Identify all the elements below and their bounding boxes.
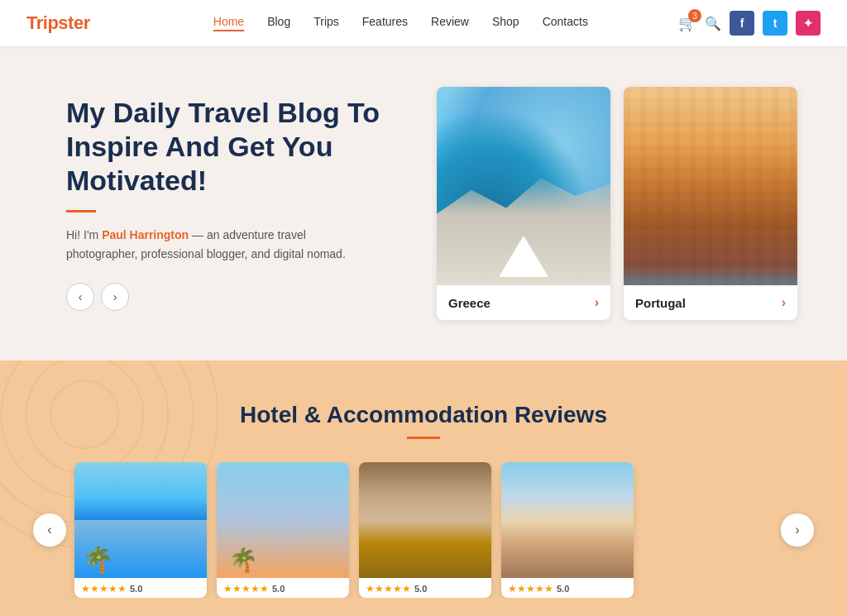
star-icons-4: ★★★★★: [508, 583, 553, 595]
hotel-card-2: ★★★★★ 5.0: [217, 462, 349, 598]
brand-logo[interactable]: Tripster: [26, 12, 90, 34]
hotel-stars-2: ★★★★★ 5.0: [217, 578, 349, 598]
hotel-stars-4: ★★★★★ 5.0: [501, 578, 634, 598]
portugal-card-label[interactable]: Portugal ›: [624, 285, 797, 320]
nav-contacts[interactable]: Contacts: [543, 15, 588, 31]
hotel-image-3: [359, 462, 491, 578]
carousel-next-button[interactable]: ›: [781, 513, 814, 547]
instagram-button[interactable]: ✦: [796, 11, 821, 36]
hero-author: Paul Harrington: [102, 228, 189, 241]
destination-cards: Greece › Portugal ›: [414, 87, 797, 320]
brand-name-highlight: Trip: [26, 12, 58, 33]
search-icon[interactable]: 🔍: [705, 16, 721, 31]
cart-badge: 3: [688, 9, 701, 22]
hotel-image-1: [74, 462, 207, 578]
hotel-cards-list: ★★★★★ 5.0 ★★★★★ 5.0 ★★★★★ 5.0: [66, 462, 781, 598]
hotel-carousel: ‹ ★★★★★ 5.0 ★★★★★ 5.0 ★★★★★: [33, 462, 814, 598]
twitter-button[interactable]: t: [763, 11, 787, 36]
hero-prev-button[interactable]: ‹: [66, 283, 94, 311]
hero-desc-prefix: Hi! I'm: [66, 228, 102, 241]
nav-right-section: 🛒 3 🔍 f t ✦: [678, 11, 821, 36]
star-icons-3: ★★★★★: [366, 583, 411, 595]
accommodations-section: Hotel & Accommodation Reviews ‹ ★★★★★ 5.…: [0, 361, 847, 616]
hotel-card-3: ★★★★★ 5.0: [359, 462, 491, 598]
rating-value-2: 5.0: [272, 584, 285, 594]
nav-blog[interactable]: Blog: [267, 15, 290, 31]
hero-next-button[interactable]: ›: [101, 283, 129, 311]
rating-value-3: 5.0: [414, 584, 427, 594]
portugal-arrow: ›: [782, 295, 786, 310]
hero-divider: [66, 210, 96, 212]
greece-card-label[interactable]: Greece ›: [437, 285, 610, 320]
portugal-image: [624, 87, 797, 285]
nav-links: Home Blog Trips Features Review Shop Con…: [123, 15, 678, 31]
nav-features[interactable]: Features: [362, 15, 408, 31]
hero-description: Hi! I'm Paul Harrington — an adventure t…: [66, 226, 380, 263]
hotel-card-4: ★★★★★ 5.0: [501, 462, 634, 598]
hotel-image-4: [501, 462, 634, 578]
nav-review[interactable]: Review: [431, 15, 469, 31]
brand-name-rest: ster: [58, 12, 89, 33]
hotel-stars-3: ★★★★★ 5.0: [359, 578, 491, 598]
nav-trips[interactable]: Trips: [313, 15, 339, 31]
carousel-prev-button[interactable]: ‹: [33, 513, 66, 547]
accom-title: Hotel & Accommodation Reviews: [33, 402, 814, 428]
hero-title: My Daily Travel Blog To Inspire And Get …: [66, 96, 380, 197]
accom-divider: [407, 437, 440, 439]
hero-text-block: My Daily Travel Blog To Inspire And Get …: [66, 96, 380, 311]
hotel-stars-1: ★★★★★ 5.0: [74, 578, 207, 598]
rating-value-4: 5.0: [557, 584, 569, 594]
cart-icon[interactable]: 🛒 3: [678, 14, 696, 32]
destination-card-portugal: Portugal ›: [624, 87, 797, 320]
navbar: Tripster Home Blog Trips Features Review…: [0, 0, 847, 46]
nav-home[interactable]: Home: [213, 15, 244, 31]
greece-name: Greece: [448, 296, 490, 310]
hotel-card-1: ★★★★★ 5.0: [74, 462, 207, 598]
star-icons-2: ★★★★★: [223, 583, 269, 595]
nav-shop[interactable]: Shop: [492, 15, 519, 31]
rating-value-1: 5.0: [130, 584, 142, 594]
hotel-image-2: [217, 462, 349, 578]
destination-card-greece: Greece ›: [437, 87, 610, 320]
greece-arrow: ›: [595, 295, 599, 310]
star-icons-1: ★★★★★: [81, 583, 127, 595]
portugal-name: Portugal: [635, 296, 686, 310]
facebook-button[interactable]: f: [730, 11, 754, 36]
hero-section: My Daily Travel Blog To Inspire And Get …: [0, 46, 847, 361]
hero-arrows: ‹ ›: [66, 283, 380, 311]
greece-image: [437, 87, 610, 285]
